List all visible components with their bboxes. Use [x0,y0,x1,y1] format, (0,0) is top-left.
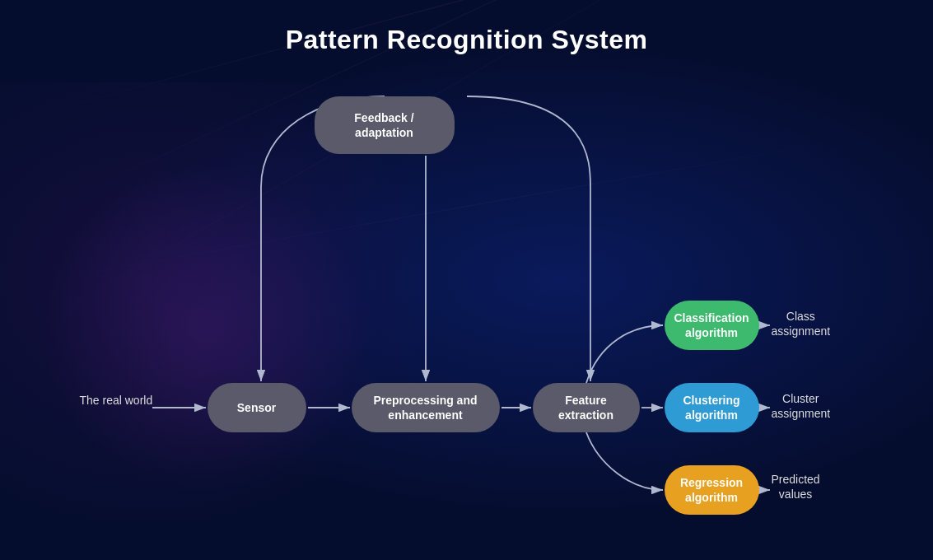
slide-title: Pattern Recognition System [286,25,648,55]
node-preprocessing: Preprocessing and enhancement [352,383,500,432]
label-cluster-assignment: Cluster assignment [772,391,831,421]
node-feature: Feature extraction [533,383,640,432]
node-clustering: Clustering algorithm [665,383,759,432]
label-real-world: The real world [80,393,153,408]
node-sensor: Sensor [208,383,306,432]
label-predicted-values: Predicted values [772,472,820,502]
label-class-assignment: Class assignment [772,309,831,338]
arrows-svg [30,80,903,516]
node-regression: Regression algorithm [665,465,759,515]
node-classification: Classification algorithm [665,301,759,350]
node-feedback: Feedback / adaptation [315,96,455,154]
diagram: Feedback / adaptation Sensor Preprocessi… [30,80,903,516]
